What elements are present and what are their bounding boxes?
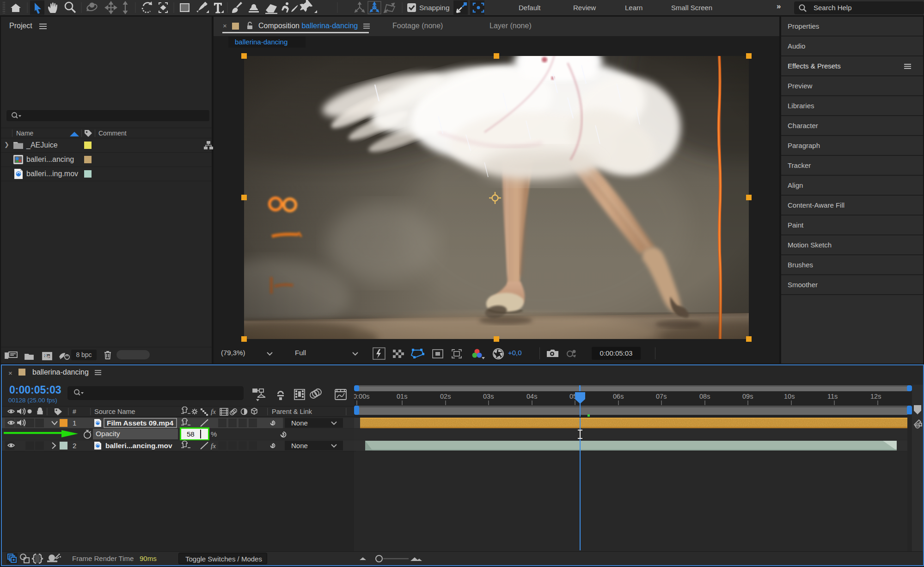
svg-text:02s: 02s bbox=[440, 393, 451, 400]
svg-text:10s: 10s bbox=[784, 393, 795, 400]
svg-text:11s: 11s bbox=[827, 393, 838, 400]
svg-text:04s: 04s bbox=[526, 393, 537, 400]
svg-text:07s: 07s bbox=[656, 393, 667, 400]
svg-text:08s: 08s bbox=[699, 393, 710, 400]
svg-text:1: 1 bbox=[73, 419, 76, 427]
svg-text:Parent & Link: Parent & Link bbox=[272, 408, 312, 415]
svg-text:fx: fx bbox=[211, 442, 216, 450]
svg-text:12s: 12s bbox=[870, 393, 881, 400]
svg-text:01s: 01s bbox=[397, 393, 407, 400]
svg-text:09s: 09s bbox=[742, 393, 753, 400]
svg-text:Source Name: Source Name bbox=[94, 408, 135, 415]
svg-text:03s: 03s bbox=[483, 393, 494, 400]
svg-text:fx: fx bbox=[211, 408, 216, 415]
svg-text:06s: 06s bbox=[613, 393, 624, 400]
svg-text:Film Assets 09.mp4: Film Assets 09.mp4 bbox=[107, 419, 174, 427]
svg-text:balleri...ancing.mov: balleri...ancing.mov bbox=[105, 442, 172, 450]
svg-text:0:00s: 0:00s bbox=[354, 393, 369, 400]
svg-text:#: # bbox=[73, 408, 76, 415]
svg-text:2: 2 bbox=[73, 442, 76, 450]
svg-text:Snapping: Snapping bbox=[419, 4, 450, 12]
